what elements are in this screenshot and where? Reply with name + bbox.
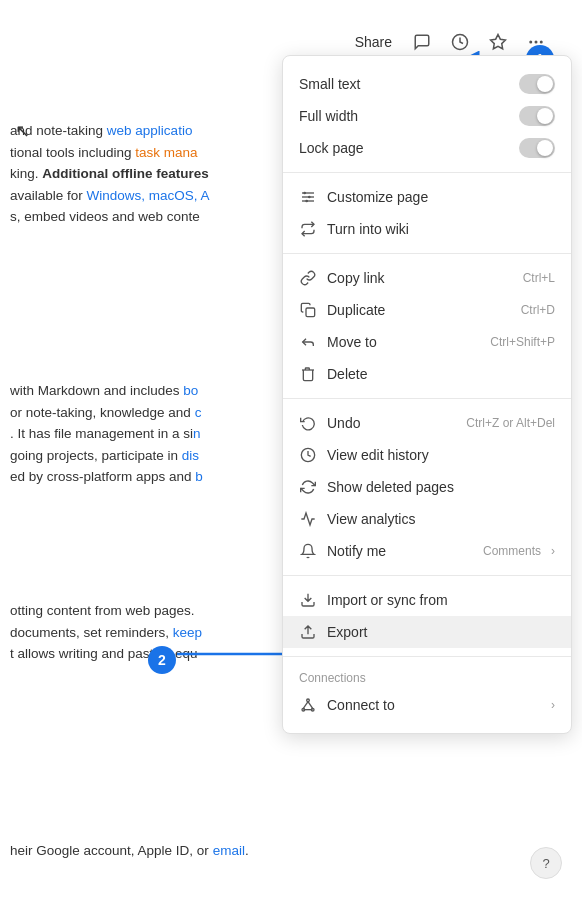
notify-me-shortcut: Comments — [483, 544, 541, 558]
svg-line-19 — [308, 702, 313, 709]
small-text-row: Small text — [283, 68, 571, 100]
divider-2 — [283, 253, 571, 254]
notify-icon — [299, 542, 317, 560]
notify-me-label: Notify me — [327, 543, 473, 559]
undo-shortcut: Ctrl+Z or Alt+Del — [466, 416, 555, 430]
notify-chevron-icon: › — [551, 544, 555, 558]
view-edit-history-label: View edit history — [327, 447, 555, 463]
undo-item[interactable]: Undo Ctrl+Z or Alt+Del — [283, 407, 571, 439]
connections-section: Connections Connect to › — [283, 661, 571, 725]
import-sync-item[interactable]: Import or sync from — [283, 584, 571, 616]
turn-into-wiki-label: Turn into wiki — [327, 221, 555, 237]
turn-into-wiki-item[interactable]: Turn into wiki — [283, 213, 571, 245]
show-deleted-pages-label: Show deleted pages — [327, 479, 555, 495]
duplicate-shortcut: Ctrl+D — [521, 303, 555, 317]
svg-rect-13 — [306, 308, 315, 317]
import-export-section: Import or sync from Export — [283, 580, 571, 652]
body-text-1: and note-taking web applicatio tional to… — [10, 120, 280, 228]
connect-to-label: Connect to — [327, 697, 541, 713]
duplicate-item[interactable]: Duplicate Ctrl+D — [283, 294, 571, 326]
svg-point-12 — [306, 200, 307, 201]
connections-header: Connections — [283, 665, 571, 689]
deleted-pages-icon — [299, 478, 317, 496]
lock-page-row: Lock page — [283, 132, 571, 164]
connect-icon — [299, 696, 317, 714]
customize-page-label: Customize page — [327, 189, 555, 205]
analytics-icon — [299, 510, 317, 528]
customize-page-item[interactable]: Customize page — [283, 181, 571, 213]
move-to-icon — [299, 333, 317, 351]
divider-4 — [283, 575, 571, 576]
full-width-label: Full width — [299, 108, 358, 124]
delete-icon — [299, 365, 317, 383]
full-width-toggle[interactable] — [519, 106, 555, 126]
copy-link-icon — [299, 269, 317, 287]
delete-label: Delete — [327, 366, 555, 382]
undo-label: Undo — [327, 415, 456, 431]
wiki-icon — [299, 220, 317, 238]
duplicate-label: Duplicate — [327, 302, 511, 318]
divider-1 — [283, 172, 571, 173]
svg-point-11 — [309, 196, 310, 197]
small-text-toggle[interactable] — [519, 74, 555, 94]
share-button[interactable]: Share — [349, 30, 398, 54]
connect-chevron-icon: › — [551, 698, 555, 712]
move-to-item[interactable]: Move to Ctrl+Shift+P — [283, 326, 571, 358]
show-deleted-pages-item[interactable]: Show deleted pages — [283, 471, 571, 503]
lock-page-label: Lock page — [299, 140, 364, 156]
notify-me-item[interactable]: Notify me Comments › — [283, 535, 571, 567]
connect-to-item[interactable]: Connect to › — [283, 689, 571, 721]
small-text-label: Small text — [299, 76, 360, 92]
svg-marker-1 — [491, 35, 506, 49]
copy-link-item[interactable]: Copy link Ctrl+L — [283, 262, 571, 294]
divider-5 — [283, 656, 571, 657]
copy-link-label: Copy link — [327, 270, 513, 286]
customize-section: Customize page Turn into wiki — [283, 177, 571, 249]
svg-point-15 — [307, 699, 310, 702]
toggles-section: Small text Full width Lock page — [283, 64, 571, 168]
svg-point-3 — [535, 41, 538, 44]
delete-item[interactable]: Delete — [283, 358, 571, 390]
svg-point-4 — [540, 41, 543, 44]
full-width-row: Full width — [283, 100, 571, 132]
undo-icon — [299, 414, 317, 432]
annotation-2: 2 — [148, 646, 176, 674]
import-sync-label: Import or sync from — [327, 592, 555, 608]
lock-page-toggle[interactable] — [519, 138, 555, 158]
comment-icon[interactable] — [408, 28, 436, 56]
view-analytics-label: View analytics — [327, 511, 555, 527]
actions-section: Copy link Ctrl+L Duplicate Ctrl+D Move t… — [283, 258, 571, 394]
body-text-2: with Markdown and includes bo or note-ta… — [10, 380, 280, 488]
body-text-4: heir Google account, Apple ID, or email. — [10, 840, 280, 862]
edit-history-icon — [299, 446, 317, 464]
svg-line-18 — [303, 702, 308, 709]
dropdown-menu: Small text Full width Lock page Customiz… — [282, 55, 572, 734]
import-icon — [299, 591, 317, 609]
duplicate-icon — [299, 301, 317, 319]
move-to-label: Move to — [327, 334, 480, 350]
help-button[interactable]: ? — [530, 847, 562, 879]
view-edit-history-item[interactable]: View edit history — [283, 439, 571, 471]
move-to-shortcut: Ctrl+Shift+P — [490, 335, 555, 349]
mouse-cursor: ↖ — [15, 120, 30, 142]
copy-link-shortcut: Ctrl+L — [523, 271, 555, 285]
export-label: Export — [327, 624, 555, 640]
export-item[interactable]: Export — [283, 616, 571, 648]
history-section: Undo Ctrl+Z or Alt+Del View edit history… — [283, 403, 571, 571]
svg-point-2 — [529, 41, 532, 44]
export-icon — [299, 623, 317, 641]
view-analytics-item[interactable]: View analytics — [283, 503, 571, 535]
divider-3 — [283, 398, 571, 399]
svg-point-10 — [304, 192, 305, 193]
customize-icon — [299, 188, 317, 206]
